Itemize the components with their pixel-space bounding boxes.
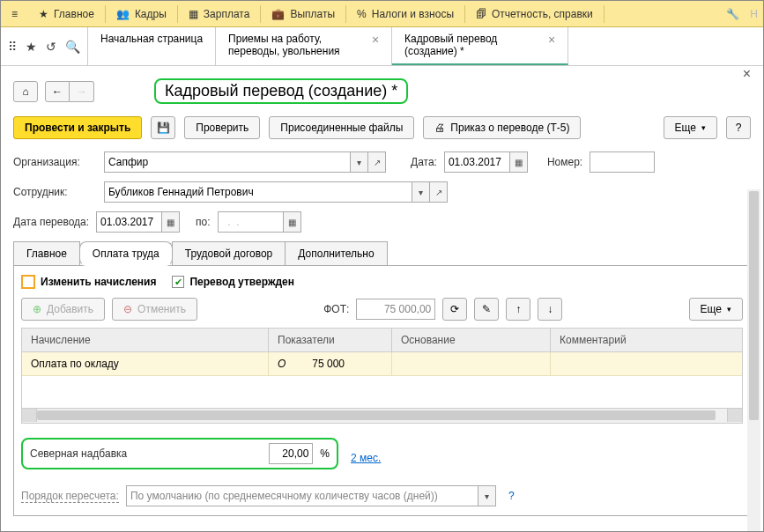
nav-payments[interactable]: 💼Выплаты (261, 1, 345, 27)
dropdown-icon[interactable]: ▾ (412, 181, 430, 203)
add-button: ⊕Добавить (21, 298, 105, 321)
page-close-icon[interactable]: × (743, 66, 751, 82)
col-base[interactable]: Основание (392, 329, 551, 351)
north-allowance-input[interactable] (269, 443, 313, 464)
move-down-button[interactable]: ↓ (538, 298, 562, 321)
number-label: Номер: (547, 156, 582, 168)
people-icon: 👥 (116, 8, 130, 20)
change-charges-check[interactable]: Изменить начисления (21, 275, 156, 289)
charges-table: Начисление Показатели Основание Коммента… (21, 328, 743, 409)
calendar-icon[interactable]: ▦ (510, 151, 528, 173)
forward-button: → (70, 81, 94, 102)
transfer-approved-check[interactable]: Перевод утвержден (172, 276, 293, 288)
subtab-extra[interactable]: Дополнительно (285, 241, 387, 265)
nav-main[interactable]: ★Главное (28, 1, 105, 27)
to-date-input[interactable] (218, 211, 284, 233)
more-button[interactable]: Еще ▾ (664, 116, 717, 139)
order-t5-button[interactable]: 🖨Приказ о переводе (Т-5) (423, 116, 581, 139)
post-and-close-button[interactable]: Провести и закрыть (13, 116, 142, 139)
nav-hr[interactable]: 👥Кадры (106, 1, 177, 27)
subtab-main[interactable]: Главное (13, 241, 80, 265)
move-up-button[interactable]: ↑ (506, 298, 530, 321)
checkbox-icon (172, 276, 184, 288)
subtab-contract[interactable]: Трудовой договор (172, 241, 286, 265)
transfer-date-input[interactable] (96, 211, 162, 233)
org-input[interactable] (104, 151, 351, 173)
page-scrollbar-y[interactable] (747, 189, 760, 532)
page-title: Кадровый перевод (создание) * (154, 78, 408, 104)
open-icon[interactable]: ↗ (368, 151, 386, 173)
open-icon[interactable]: ↗ (430, 181, 448, 203)
col-comment[interactable]: Комментарий (551, 329, 742, 351)
nav-taxes[interactable]: %Налоги и взносы (346, 1, 464, 27)
star-icon: ★ (39, 8, 48, 20)
fot-input (356, 299, 435, 320)
dropdown-icon[interactable]: ▾ (351, 151, 368, 173)
fot-label: ФОТ: (323, 303, 349, 315)
wallet-icon: 💼 (271, 8, 285, 20)
wrench-icon[interactable]: 🔧 (721, 8, 745, 20)
checkbox-icon (21, 275, 35, 289)
calendar-icon[interactable]: ▦ (284, 211, 301, 233)
north-unit: % (320, 447, 330, 460)
grid-more-button[interactable]: Еще ▾ (689, 298, 743, 321)
refresh-button[interactable]: ⟳ (442, 298, 467, 321)
subtab-payment[interactable]: Оплата труда (79, 241, 173, 266)
save-button[interactable]: 💾 (151, 116, 175, 139)
close-icon[interactable]: × (548, 33, 555, 47)
favorite-icon[interactable]: ★ (26, 40, 37, 54)
nav-salary[interactable]: ▦Зарплата (178, 1, 261, 27)
search-icon[interactable]: 🔍 (65, 40, 80, 54)
nav-menu-icon[interactable]: ≡ (1, 1, 28, 27)
table-row[interactable]: Оплата по окладу О75 000 (22, 352, 742, 376)
apps-icon[interactable]: ⠿ (8, 40, 17, 54)
nav-more[interactable]: Н (745, 1, 763, 27)
dropdown-icon[interactable]: ▾ (478, 485, 496, 506)
minus-icon: ⊖ (123, 303, 132, 315)
cancel-button: ⊖Отменить (112, 298, 197, 321)
tab-transfer[interactable]: Кадровый перевод (создание) *× (392, 27, 568, 65)
check-button[interactable]: Проверить (184, 116, 260, 139)
attached-files-button[interactable]: Присоединенные файлы (269, 116, 414, 139)
employee-input[interactable] (104, 181, 412, 203)
close-icon[interactable]: × (372, 33, 379, 47)
org-label: Организация: (13, 156, 97, 168)
table-icon: ▦ (189, 8, 198, 20)
report-icon: 🗐 (476, 8, 486, 20)
tab-start[interactable]: Начальная страница (88, 27, 216, 65)
nav-reports[interactable]: 🗐Отчетность, справки (465, 1, 604, 27)
recalc-order-label: Порядок пересчета: (21, 490, 119, 503)
back-button[interactable]: ← (45, 81, 70, 102)
calendar-icon[interactable]: ▦ (162, 211, 180, 233)
edit-button[interactable]: ✎ (474, 298, 499, 321)
col-indicators[interactable]: Показатели (269, 329, 392, 351)
help-button[interactable]: ? (726, 116, 751, 139)
to-date-label: по: (196, 216, 211, 228)
col-charge[interactable]: Начисление (22, 329, 269, 351)
history-icon[interactable]: ↺ (46, 40, 56, 54)
percent-icon: % (357, 8, 367, 20)
months-link[interactable]: 2 мес. (351, 452, 381, 464)
transfer-date-label: Дата перевода: (13, 216, 89, 228)
tab-hires[interactable]: Приемы на работу, переводы, увольнения× (216, 27, 392, 65)
number-input[interactable] (590, 151, 655, 173)
recalc-help-icon[interactable]: ? (508, 490, 515, 502)
date-input[interactable] (444, 151, 510, 173)
recalc-order-input (126, 485, 478, 506)
employee-label: Сотрудник: (13, 186, 97, 198)
date-label: Дата: (411, 156, 437, 168)
table-scrollbar-x[interactable] (21, 409, 743, 424)
home-button[interactable]: ⌂ (13, 81, 38, 102)
printer-icon: 🖨 (434, 122, 445, 134)
north-allowance-label: Северная надбавка (30, 447, 262, 460)
plus-icon: ⊕ (33, 303, 41, 315)
